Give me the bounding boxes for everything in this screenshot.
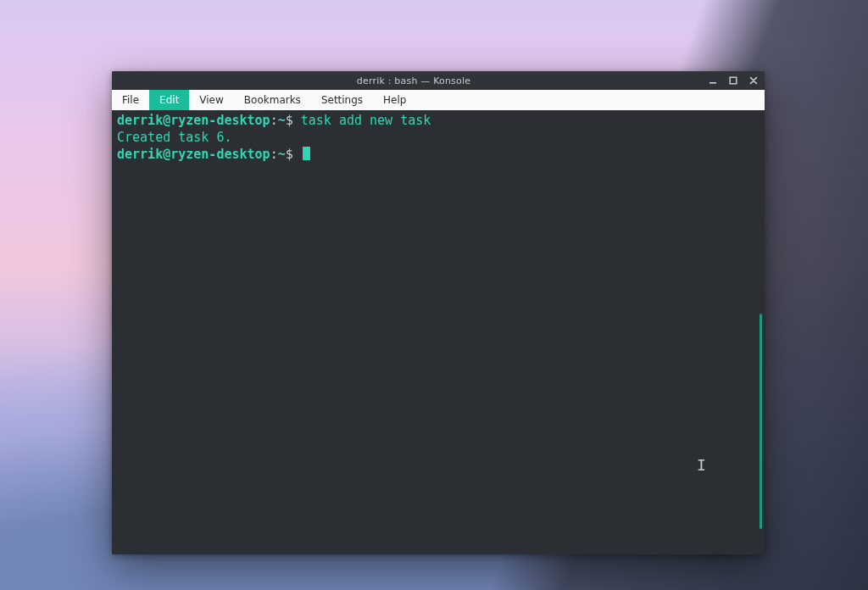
menu-help[interactable]: Help: [373, 90, 416, 110]
close-button[interactable]: [748, 75, 760, 86]
terminal-output: derrik@ryzen-desktop:~$ task add new tas…: [117, 112, 760, 163]
prompt-separator: :: [270, 113, 278, 128]
svg-rect-1: [730, 77, 737, 84]
menu-settings[interactable]: Settings: [311, 90, 373, 110]
menu-view[interactable]: View: [189, 90, 233, 110]
prompt-symbol: $: [286, 113, 293, 128]
prompt-symbol-2: $: [286, 147, 293, 162]
menu-edit[interactable]: Edit: [149, 90, 189, 110]
window-title: derrik : bash — Konsole: [120, 76, 707, 86]
konsole-window: derrik : bash — Konsole: [112, 71, 765, 554]
scrollbar[interactable]: [760, 314, 762, 529]
prompt-user-host: derrik@ryzen-desktop: [117, 113, 270, 128]
prompt-path: ~: [278, 113, 286, 128]
prompt-path-2: ~: [278, 147, 286, 162]
menubar: File Edit View Bookmarks Settings Help: [112, 90, 765, 110]
minimize-button[interactable]: [707, 75, 719, 86]
menu-file[interactable]: File: [112, 90, 149, 110]
command-output: Created task 6.: [117, 130, 231, 145]
menu-bookmarks[interactable]: Bookmarks: [234, 90, 311, 110]
maximize-button[interactable]: [727, 75, 739, 86]
prompt-separator-2: :: [270, 147, 278, 162]
svg-rect-0: [709, 82, 716, 84]
minimize-icon: [709, 76, 717, 85]
cursor-block: [303, 147, 310, 160]
entered-command: task add new task: [301, 113, 431, 128]
titlebar[interactable]: derrik : bash — Konsole: [112, 71, 765, 90]
window-controls: [707, 75, 760, 86]
close-icon: [749, 76, 758, 85]
prompt-user-host-2: derrik@ryzen-desktop: [117, 147, 270, 162]
text-cursor-ibeam-icon: I: [697, 458, 706, 473]
maximize-icon: [729, 76, 737, 85]
desktop-wallpaper: derrik : bash — Konsole: [0, 0, 868, 590]
terminal-area[interactable]: derrik@ryzen-desktop:~$ task add new tas…: [112, 110, 765, 554]
